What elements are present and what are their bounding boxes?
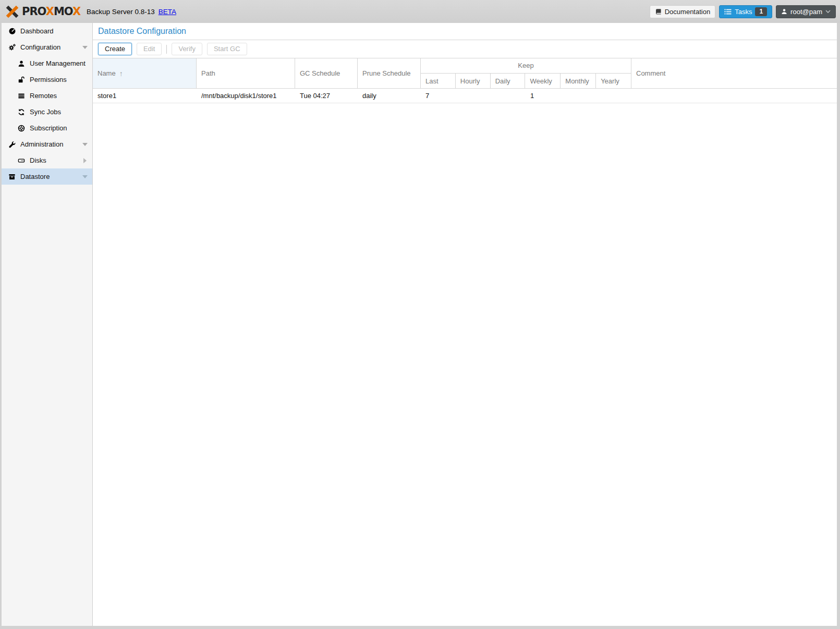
task-list-icon [724,8,732,15]
product-version: Backup Server 0.8-13 [87,8,155,16]
sync-icon [17,108,26,116]
column-group-keep: Keep Last Hourly Daily Weekly Monthly Ye… [421,58,631,88]
user-icon [17,59,26,68]
topbar: PROXMOX Backup Server 0.8-13 BETA Docume… [0,0,840,23]
documentation-button[interactable]: Documentation [650,5,715,18]
cell-name: store1 [93,92,197,100]
column-header-keep-hourly[interactable]: Hourly [456,74,491,88]
archive-icon [8,173,16,181]
column-header-gc-schedule[interactable]: GC Schedule [295,58,358,88]
sidebar-item-disks[interactable]: Disks [2,152,92,168]
sidebar-item-datastore[interactable]: Datastore [2,168,92,185]
expand-arrow-icon[interactable] [82,158,88,163]
collapse-arrow-icon[interactable] [82,143,88,146]
keep-subheader-row: Last Hourly Daily Weekly Monthly Yearly [421,74,631,88]
column-header-keep-last[interactable]: Last [421,74,456,88]
sidebar-item-sync-jobs[interactable]: Sync Jobs [2,104,92,120]
tasks-count-badge: 1 [755,7,767,16]
page-title: Datastore Configuration [98,27,186,36]
sidebar-item-remotes[interactable]: Remotes [2,88,92,104]
verify-button: Verify [172,43,202,55]
content-panel: Datastore Configuration Create Edit Veri… [93,23,837,626]
cell-keep-weekly: 1 [526,92,561,100]
book-icon [655,8,662,15]
sidebar-item-subscription[interactable]: Subscription [2,120,92,136]
app-frame: Dashboard Configuration User Management [2,23,837,626]
tasks-button[interactable]: Tasks 1 [719,5,772,18]
table-row[interactable]: store1 /mnt/backup/disk1/store1 Tue 04:2… [93,89,837,103]
life-ring-icon [17,124,26,132]
column-header-keep-daily[interactable]: Daily [491,74,526,88]
collapse-arrow-icon[interactable] [82,46,88,49]
edit-button: Edit [137,43,162,55]
chevron-down-icon [825,10,831,14]
sidebar-item-configuration[interactable]: Configuration [2,39,92,55]
sidebar-item-permissions[interactable]: Permissions [2,71,92,88]
cell-path: /mnt/backup/disk1/store1 [197,92,295,100]
column-header-path[interactable]: Path [197,58,295,88]
proxmox-wordmark: PROXMOX [22,5,80,18]
sort-ascending-icon: ↑ [119,69,123,78]
create-button[interactable]: Create [98,43,132,55]
column-header-name[interactable]: Name ↑ [93,58,197,88]
user-icon [781,8,787,15]
column-header-keep-weekly[interactable]: Weekly [525,74,561,88]
cell-keep-last: 7 [421,92,456,100]
cell-gc-schedule: Tue 04:27 [295,92,358,100]
user-menu-button[interactable]: root@pam [776,5,836,18]
column-header-keep-yearly[interactable]: Yearly [596,74,631,88]
content-titlebar: Datastore Configuration [93,23,837,40]
table-header: Name ↑ Path GC Schedule Prune Schedule K… [93,58,837,89]
column-header-keep: Keep [421,58,631,74]
toolbar: Create Edit Verify Start GC [93,40,837,58]
cell-prune-schedule: daily [358,92,421,100]
list-rows-icon [17,92,26,100]
unlock-icon [17,76,26,84]
column-header-keep-monthly[interactable]: Monthly [561,74,596,88]
collapse-arrow-icon[interactable] [82,175,88,178]
start-gc-button: Start GC [207,43,247,55]
sidebar: Dashboard Configuration User Management [2,23,93,626]
column-header-comment[interactable]: Comment [631,58,837,88]
proxmox-logo: PROXMOX [5,5,80,19]
sidebar-item-user-management[interactable]: User Management [2,55,92,71]
hdd-icon [17,156,26,165]
beta-link[interactable]: BETA [159,8,176,16]
sidebar-item-dashboard[interactable]: Dashboard [2,23,92,39]
gauge-icon [8,27,16,35]
column-header-prune-schedule[interactable]: Prune Schedule [358,58,421,88]
wrench-icon [8,140,16,149]
toolbar-separator [166,45,167,54]
sidebar-item-administration[interactable]: Administration [2,136,92,152]
gears-icon [8,43,16,52]
proxmox-x-icon [5,5,19,19]
